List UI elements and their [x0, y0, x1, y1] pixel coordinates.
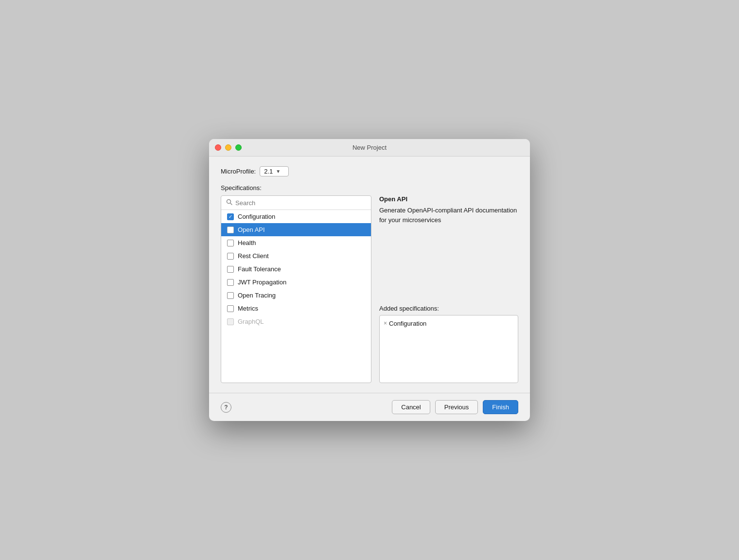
added-specs-box: × Configuration [379, 315, 518, 383]
dropdown-arrow-icon: ▼ [276, 169, 281, 174]
added-spec-tag-configuration: × Configuration [384, 320, 426, 327]
spec-item-metrics[interactable]: Metrics [221, 302, 371, 315]
finish-button[interactable]: Finish [483, 400, 518, 414]
spec-item-graphql: GraphQL [221, 315, 371, 328]
titlebar: New Project [209, 139, 530, 157]
minimize-button[interactable] [225, 144, 231, 151]
checkbox-graphql [227, 318, 234, 325]
footer: ? Cancel Previous Finish [209, 393, 530, 421]
cancel-button[interactable]: Cancel [392, 400, 430, 414]
checkbox-rest-client[interactable] [227, 253, 234, 260]
help-icon: ? [224, 404, 228, 411]
previous-button[interactable]: Previous [435, 400, 478, 414]
detail-title: Open API [379, 195, 518, 203]
spec-item-open-api[interactable]: Open API [221, 223, 371, 236]
checkbox-jwt-propagation[interactable] [227, 279, 234, 286]
specifications-label: Specifications: [221, 184, 518, 192]
checkbox-open-tracing[interactable] [227, 292, 234, 299]
dialog-window: New Project MicroProfile: 2.1 ▼ Specific… [209, 139, 530, 421]
microprofile-label: MicroProfile: [221, 168, 256, 175]
microprofile-row: MicroProfile: 2.1 ▼ [221, 166, 518, 176]
spec-item-configuration[interactable]: ✓ Configuration [221, 210, 371, 223]
specifications-panel: ✓ Configuration Open API Health [221, 195, 371, 383]
spec-item-rest-client[interactable]: Rest Client [221, 249, 371, 262]
checkbox-fault-tolerance[interactable] [227, 266, 234, 273]
description-area: Open API Generate OpenAPI-compliant API … [379, 195, 518, 299]
checkbox-health[interactable] [227, 240, 234, 246]
spec-name-fault-tolerance: Fault Tolerance [238, 265, 281, 273]
added-specs-label: Added specifications: [379, 305, 518, 312]
spec-name-configuration: Configuration [238, 213, 275, 220]
spec-item-fault-tolerance[interactable]: Fault Tolerance [221, 262, 371, 276]
detail-description: Generate OpenAPI-compliant API documenta… [379, 206, 518, 225]
search-input[interactable] [235, 199, 366, 207]
spec-name-graphql: GraphQL [238, 318, 264, 325]
window-title: New Project [352, 144, 387, 151]
spec-name-open-api: Open API [238, 226, 265, 233]
main-content: MicroProfile: 2.1 ▼ Specifications: [209, 157, 530, 393]
spec-name-metrics: Metrics [238, 305, 258, 312]
close-button[interactable] [215, 144, 221, 151]
window-controls [215, 144, 242, 151]
help-button[interactable]: ? [221, 402, 231, 413]
footer-left: ? [221, 402, 231, 413]
footer-right: Cancel Previous Finish [392, 400, 518, 414]
checkbox-configuration[interactable]: ✓ [227, 213, 234, 220]
search-box [221, 196, 371, 210]
main-area: ✓ Configuration Open API Health [221, 195, 518, 383]
spec-name-health: Health [238, 239, 256, 246]
spec-list: ✓ Configuration Open API Health [221, 210, 371, 383]
svg-line-1 [230, 203, 232, 205]
microprofile-version-value: 2.1 [264, 168, 273, 175]
spec-item-open-tracing[interactable]: Open Tracing [221, 289, 371, 302]
checkbox-open-api[interactable] [227, 227, 234, 233]
checkbox-metrics[interactable] [227, 305, 234, 312]
microprofile-version-select[interactable]: 2.1 ▼ [260, 166, 289, 176]
right-panel: Open API Generate OpenAPI-compliant API … [379, 195, 518, 383]
maximize-button[interactable] [235, 144, 242, 151]
spec-name-jwt-propagation: JWT Propagation [238, 279, 286, 286]
spec-name-open-tracing: Open Tracing [238, 292, 276, 299]
added-specs-section: Added specifications: × Configuration [379, 305, 518, 383]
added-spec-name-configuration: Configuration [389, 320, 426, 327]
remove-configuration-icon[interactable]: × [384, 320, 387, 327]
search-icon [226, 199, 232, 207]
spec-item-health[interactable]: Health [221, 236, 371, 249]
spec-item-jwt-propagation[interactable]: JWT Propagation [221, 276, 371, 289]
spec-name-rest-client: Rest Client [238, 252, 269, 260]
